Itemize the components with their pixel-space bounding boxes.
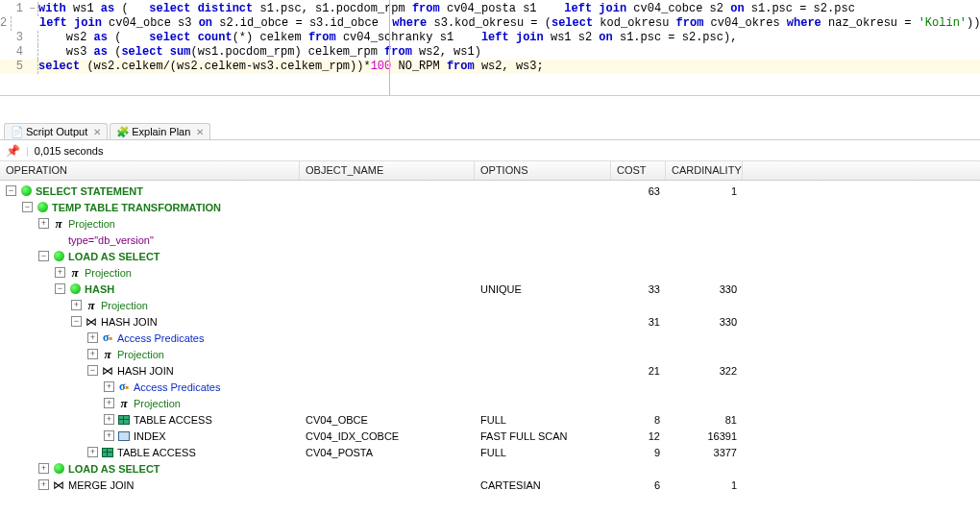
pin-icon[interactable]: 📌	[6, 144, 20, 158]
plan-row[interactable]: type="db_version"	[0, 232, 980, 248]
close-icon[interactable]: ✕	[196, 127, 204, 137]
cardinality-cell: 81	[666, 414, 743, 426]
plan-tree[interactable]: −SELECT STATEMENT631−TEMP TABLE TRANSFOR…	[0, 181, 980, 495]
plan-row[interactable]: −HASHUNIQUE33330	[0, 281, 980, 297]
line-number: 4	[0, 45, 27, 60]
code-text[interactable]: ws2 as ( select count(*) celkem from cv0…	[38, 31, 980, 45]
tree-toggle[interactable]: +	[87, 332, 98, 343]
header-cardinality[interactable]: CARDINALITY	[666, 161, 743, 180]
predicate-icon: σ■	[117, 380, 131, 394]
projection-icon: π	[117, 397, 131, 410]
operation-label: LOAD AS SELECT	[68, 463, 160, 475]
code-text[interactable]: left join cv04_obce s3 on s2.id_obce = s…	[12, 16, 980, 31]
operation-label: Projection	[134, 398, 181, 409]
options-cell: FULL	[475, 447, 611, 458]
projection-icon: π	[101, 348, 114, 361]
plan-row[interactable]: +TABLE ACCESSCV04_OBCEFULL881	[0, 411, 980, 428]
header-cost[interactable]: COST	[611, 161, 666, 180]
tab-explain-plan[interactable]: 🧩 Explain Plan ✕	[110, 123, 210, 139]
cost-cell: 6	[611, 479, 666, 491]
index-icon	[117, 429, 131, 443]
tree-toggle[interactable]: +	[38, 218, 49, 229]
cost-cell: 12	[611, 430, 666, 442]
code-text[interactable]: with ws1 as ( select distinct s1.psc, s1…	[38, 2, 980, 16]
plan-row[interactable]: +πProjection	[0, 395, 980, 411]
operation-label: INDEX	[134, 430, 166, 442]
tree-toggle[interactable]: −	[87, 365, 98, 376]
plan-header-row: OPERATION OBJECT_NAME OPTIONS COST CARDI…	[0, 161, 980, 181]
tree-toggle[interactable]: −	[55, 283, 65, 294]
tree-toggle[interactable]: +	[104, 398, 114, 408]
tree-toggle[interactable]: +	[104, 414, 114, 425]
plan-row[interactable]: +πProjection	[0, 297, 980, 313]
close-icon[interactable]: ✕	[93, 127, 101, 137]
plan-row[interactable]: −LOAD AS SELECT	[0, 248, 980, 264]
code-text[interactable]: select (ws2.celkem/(ws2.celkem-ws3.celke…	[38, 60, 980, 74]
line-number: 3	[0, 31, 27, 45]
cardinality-cell: 322	[666, 365, 743, 377]
plan-row[interactable]: +LOAD AS SELECT	[0, 460, 980, 477]
cost-cell: 63	[611, 185, 666, 197]
operation-label: Projection	[85, 267, 132, 279]
plan-toolbar: 📌 | 0,015 seconds	[0, 140, 980, 161]
operation-label: LOAD AS SELECT	[68, 251, 160, 262]
fold-toggle	[27, 45, 38, 60]
operation-label: Projection	[68, 218, 115, 230]
tab-script-output[interactable]: 📄 Script Output ✕	[4, 123, 108, 139]
operation-label: SELECT STATEMENT	[36, 185, 143, 197]
cost-cell: 9	[611, 447, 666, 458]
plan-row[interactable]: +σ■Access Predicates	[0, 379, 980, 395]
header-operation[interactable]: OPERATION	[0, 161, 300, 180]
tree-toggle[interactable]: +	[38, 479, 49, 490]
sql-editor[interactable]: 1−with ws1 as ( select distinct s1.psc, …	[0, 0, 980, 96]
tree-toggle[interactable]: −	[38, 251, 49, 261]
tree-toggle[interactable]: +	[104, 381, 114, 392]
plan-row[interactable]: −SELECT STATEMENT631	[0, 183, 980, 199]
cardinality-cell: 3377	[666, 447, 743, 458]
cardinality-cell: 16391	[666, 430, 743, 442]
tree-toggle[interactable]: +	[38, 463, 49, 474]
line-number: 2	[0, 16, 11, 31]
status-dot-icon	[52, 462, 65, 476]
tree-toggle[interactable]: +	[87, 447, 98, 457]
status-dot-icon	[68, 282, 82, 296]
code-text[interactable]: ws3 as (select sum(ws1.pocdom_rpm) celke…	[38, 45, 980, 60]
fold-toggle[interactable]: −	[27, 2, 38, 16]
plan-row[interactable]: −TEMP TABLE TRANSFORMATION	[0, 199, 980, 215]
plan-row[interactable]: +σ■Access Predicates	[0, 330, 980, 346]
header-object-name[interactable]: OBJECT_NAME	[300, 161, 475, 180]
plan-row[interactable]: −⋈HASH JOIN21322	[0, 362, 980, 379]
operation-label: HASH JOIN	[101, 316, 158, 328]
plan-row[interactable]: +πProjection	[0, 264, 980, 281]
tree-toggle[interactable]: −	[71, 316, 82, 327]
plan-row[interactable]: +TABLE ACCESSCV04_POSTAFULL93377	[0, 444, 980, 460]
cost-cell: 21	[611, 365, 666, 377]
status-dot-icon	[52, 250, 65, 263]
plan-row[interactable]: +⋈MERGE JOINCARTESIAN61	[0, 477, 980, 493]
plan-row[interactable]: +INDEXCV04_IDX_COBCEFAST FULL SCAN121639…	[0, 428, 980, 444]
operation-label: TEMP TABLE TRANSFORMATION	[52, 202, 221, 213]
plan-row[interactable]: +πProjection	[0, 346, 980, 362]
operation-label: HASH JOIN	[117, 365, 174, 377]
table-icon	[101, 446, 114, 459]
tree-toggle[interactable]: +	[87, 349, 98, 359]
tree-toggle[interactable]: −	[6, 185, 16, 196]
tree-toggle[interactable]: +	[104, 430, 114, 441]
projection-icon: π	[85, 299, 98, 312]
operation-label: MERGE JOIN	[68, 479, 134, 491]
plan-icon: 🧩	[116, 126, 128, 137]
editor-margin-line	[389, 0, 390, 95]
tree-toggle[interactable]: +	[55, 267, 65, 278]
header-options[interactable]: OPTIONS	[475, 161, 611, 180]
plan-row[interactable]: +πProjection	[0, 215, 980, 232]
options-cell: FAST FULL SCAN	[475, 430, 611, 442]
cardinality-cell: 1	[666, 185, 743, 197]
options-cell: CARTESIAN	[475, 479, 611, 491]
object-name-cell: CV04_IDX_COBCE	[300, 430, 475, 442]
projection-icon: π	[68, 266, 82, 280]
cardinality-cell: 330	[666, 316, 743, 328]
plan-row[interactable]: −⋈HASH JOIN31330	[0, 313, 980, 330]
tree-toggle[interactable]: −	[22, 202, 33, 212]
operation-label: TABLE ACCESS	[117, 447, 196, 458]
tree-toggle[interactable]: +	[71, 300, 82, 310]
